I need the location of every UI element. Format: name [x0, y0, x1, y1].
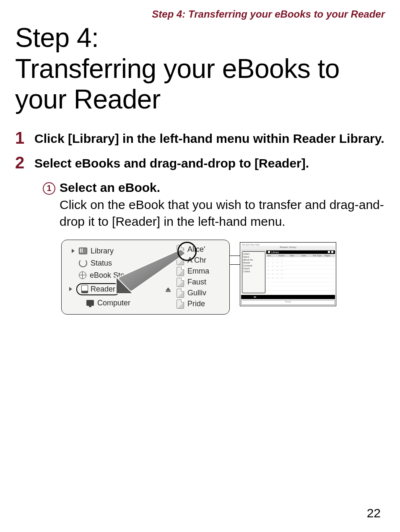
substep-1-body: Select an eBook. Click on the eBook that…: [60, 181, 385, 230]
step-1-number: 1: [15, 129, 34, 146]
step-2-number: 2: [15, 154, 34, 171]
reader-icon: [81, 285, 88, 293]
eject-icon[interactable]: [166, 287, 171, 291]
sidebar-item-computer[interactable]: Computer: [62, 297, 175, 309]
thumb-frame: File Edit View Help Reader Library Libra…: [240, 242, 336, 306]
book-icon: [177, 278, 184, 287]
step-1-text: Click [Library] in the left-hand menu wi…: [34, 130, 384, 147]
sync-icon: [79, 259, 87, 267]
thumb-sidebar: Library Status eBook Sto Reader Computer…: [242, 251, 265, 293]
substep-1-head: Select an eBook.: [60, 181, 385, 195]
steps-list: 1 Click [Library] in the left-hand menu …: [15, 130, 385, 315]
step-1: 1 Click [Library] in the left-hand menu …: [15, 130, 385, 147]
sidebar-item-reader[interactable]: Reader: [62, 281, 175, 297]
sidebar-item-store[interactable]: eBook Sto: [62, 269, 175, 281]
thumb-side-item: Favorit: [243, 267, 264, 270]
col: File Type: [313, 254, 322, 257]
sidebar-item-status[interactable]: Status: [62, 257, 175, 269]
thumb-tab: Library: [266, 251, 335, 254]
thumb-main: Library Title Author Size Date File Typ: [266, 251, 335, 294]
app-inner: Library Status eBook Sto: [62, 243, 229, 311]
books-icon: [79, 248, 87, 254]
book-title: Emma: [187, 267, 209, 276]
monitor-icon: [86, 300, 94, 306]
reader-highlight: Reader: [76, 283, 120, 295]
book-title: Gulliv: [187, 289, 206, 297]
expand-icon[interactable]: [69, 287, 72, 291]
app-sidebar: Library Status eBook Sto: [62, 243, 175, 311]
grid-view-icon: [328, 251, 330, 253]
col: Title: [267, 254, 277, 257]
col: Author: [278, 254, 288, 257]
figure-row: Library Status eBook Sto: [61, 240, 385, 315]
sidebar-library-label: Library: [91, 247, 114, 256]
book-title: Faust: [187, 278, 206, 287]
list-item[interactable]: Faust: [175, 277, 229, 288]
thumb-tab-label: Library: [271, 251, 279, 253]
step-2: 2 Select eBooks and drag-and-drop to [Re…: [15, 155, 385, 171]
list-item[interactable]: Emma: [175, 266, 229, 277]
sidebar-store-label: eBook Sto: [90, 271, 125, 280]
thumb-side-item: Status: [243, 256, 264, 258]
col: Size: [290, 254, 300, 257]
substep-1-number: 1: [43, 182, 55, 195]
page-number: 22: [367, 506, 381, 520]
col: Date: [301, 254, 311, 257]
book-title: Pride: [187, 300, 205, 308]
callout-connector-icon: [230, 256, 240, 265]
app-screenshot-thumbnail: File Edit View Help Reader Library Libra…: [240, 242, 336, 306]
step-2-text: Select eBooks and drag-and-drop to [Read…: [34, 155, 309, 171]
thumb-scrollbar: [241, 295, 335, 299]
sidebar-computer-label: Computer: [97, 299, 130, 307]
substep-1-desc: Click on the eBook that you wish to tran…: [60, 196, 385, 230]
running-header: Step 4: Transferring your eBooks to your…: [15, 8, 385, 20]
thumb-footer: Ready: [241, 300, 335, 305]
thumb-side-item: Library: [243, 253, 264, 256]
thumb-titlebar: Reader Library: [241, 246, 335, 251]
page-title: Step 4: Transferring your eBooks to your…: [15, 23, 385, 115]
document-page: Step 4: Transferring your eBooks to your…: [0, 0, 400, 532]
list-view-icon: [331, 251, 333, 253]
app-screenshot-large: Library Status eBook Sto: [61, 240, 230, 315]
thumb-side-item: Computer: [243, 264, 264, 267]
book-icon: [177, 267, 184, 276]
thumb-columns: Title Author Size Date File Type Pages: [266, 254, 335, 257]
list-item[interactable]: Pride: [175, 299, 229, 310]
sidebar-item-library[interactable]: Library: [62, 245, 175, 257]
title-line-2: Transferring your eBooks to your Reader: [15, 54, 340, 115]
thumb-side-item: eBook Sto: [243, 258, 264, 261]
thumb-body: Library Status eBook Sto Reader Computer…: [241, 251, 335, 294]
sidebar-reader-label: Reader: [91, 285, 115, 294]
thumb-side-item: Reader: [243, 261, 264, 264]
expand-icon[interactable]: [72, 249, 75, 253]
thumb-side-item: Collecti: [243, 270, 264, 273]
book-icon: [177, 300, 184, 309]
book-icon: [177, 289, 184, 298]
drag-source-highlight-icon: [177, 242, 197, 261]
sidebar-status-label: Status: [91, 259, 112, 268]
thumb-rows: ———— ———— ———— ———— ———— ————: [266, 257, 335, 294]
title-line-1: Step 4:: [15, 23, 99, 53]
globe-icon: [79, 271, 86, 279]
view-icon: [268, 251, 270, 253]
col: Pages: [325, 254, 334, 257]
list-item[interactable]: Gulliv: [175, 288, 229, 299]
substep-1: 1 Select an eBook. Click on the eBook th…: [43, 181, 385, 230]
